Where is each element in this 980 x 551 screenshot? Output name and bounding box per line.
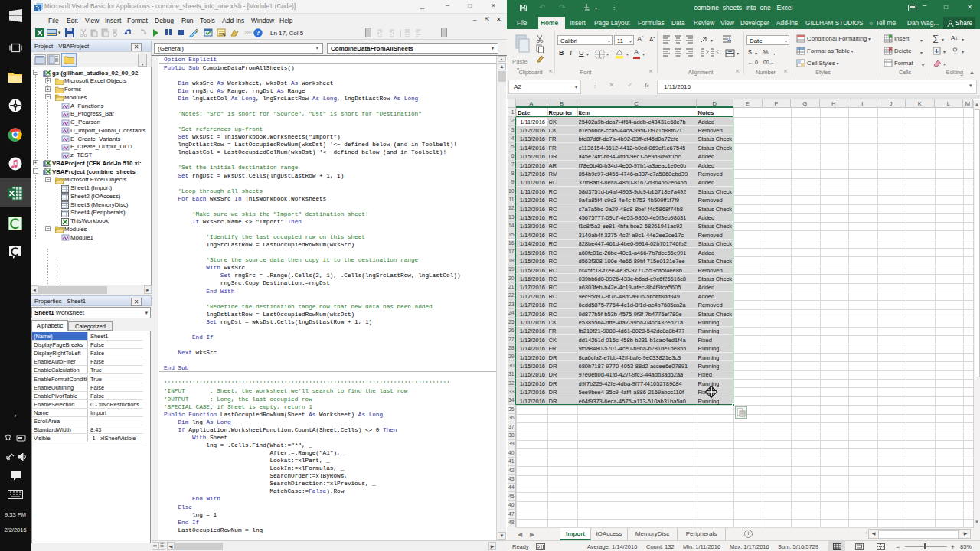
svg-text:?: ?: [256, 29, 260, 37]
